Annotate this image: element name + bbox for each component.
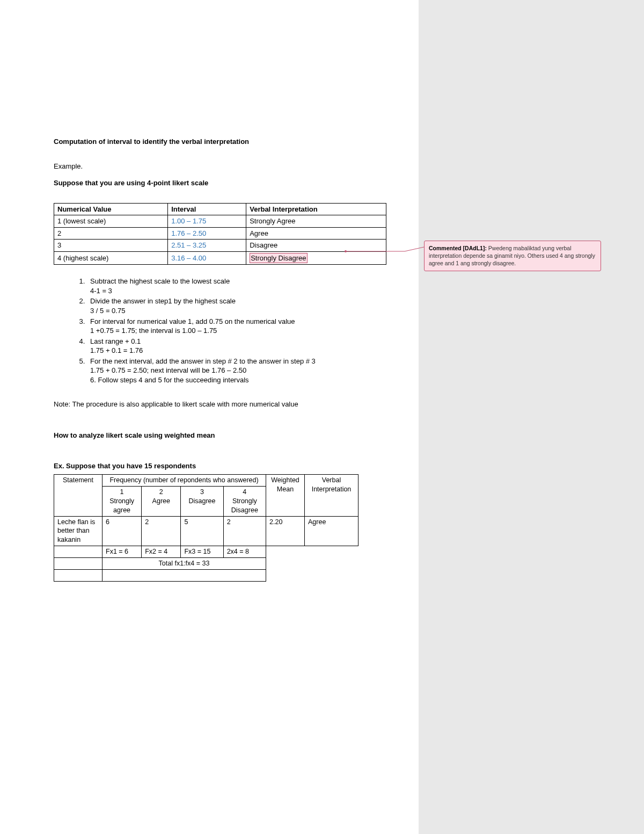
list-item: Subtract the highest scale to the lowest… <box>87 277 392 295</box>
example-label: Example. <box>54 162 392 171</box>
table-row: 2 1.76 – 2.50 Agree <box>54 227 386 240</box>
th-weighted-mean: Weighted Mean <box>266 475 305 517</box>
weighted-mean-table: Statement Frequency (number of repondent… <box>54 474 358 582</box>
list-item: For the next interval, add the answer in… <box>87 357 392 385</box>
table-row: 1 (lowest scale) 1.00 – 1.75 Strongly Ag… <box>54 215 386 228</box>
note-text: Note: The procedure is also applicable t… <box>54 400 392 409</box>
page-title: Computation of interval to identify the … <box>54 137 392 147</box>
table-row: 4 (highest scale) 3.16 – 4.00 Strongly D… <box>54 251 386 265</box>
th-numerical-value: Numerical Value <box>54 203 168 215</box>
total-cell: Total fx1:fx4 = 33 <box>103 558 266 570</box>
list-item: Last range + 0.1 1.75 + 0.1 = 1.76 <box>87 337 392 356</box>
table-row: Fx1 = 6 Fx2 = 4 Fx3 = 15 2x4 = 8 <box>54 546 358 558</box>
table-row: Total fx1:fx4 = 33 <box>54 558 358 570</box>
comment-author: Commented [DAdL1]: <box>429 245 488 251</box>
th-statement: Statement <box>54 475 103 517</box>
list-item: For interval for numerical value 1, add … <box>87 317 392 336</box>
table-row <box>54 569 358 581</box>
th-frequency: Frequency (number of repondents who answ… <box>103 475 266 487</box>
interval-table: Numerical Value Interval Verbal Interpre… <box>54 203 386 265</box>
th-verbal-interpretation: Verbal Interpretation <box>246 203 386 215</box>
steps-list: Subtract the highest scale to the lowest… <box>87 277 392 385</box>
heading-weighted-mean: How to analyze likert scale using weight… <box>54 431 392 440</box>
table-row: 3 2.51 – 3.25 Disagree <box>54 240 386 252</box>
example2-label: Ex. Suppose that you have 15 respondents <box>54 461 392 471</box>
suppose-text: Suppose that you are using 4-point liker… <box>54 178 392 188</box>
th-verbal-interpretation: Verbal Interpretation <box>305 475 358 517</box>
list-item: Divide the answer in step1 by the highes… <box>87 296 392 315</box>
comment-pane: Commented [DAdL1]: Pwedeng mabaliktad yu… <box>419 0 644 834</box>
table-row: Leche flan is better than kakanin 6 2 5 … <box>54 516 358 546</box>
step-6: 6. Follow steps 4 and 5 for the succeedi… <box>90 375 392 385</box>
comment-balloon[interactable]: Commented [DAdL1]: Pwedeng mabaliktad yu… <box>424 241 601 271</box>
highlighted-cell: Strongly Disagree <box>246 251 386 265</box>
document-page: Computation of interval to identify the … <box>0 0 419 834</box>
th-interval: Interval <box>168 203 246 215</box>
